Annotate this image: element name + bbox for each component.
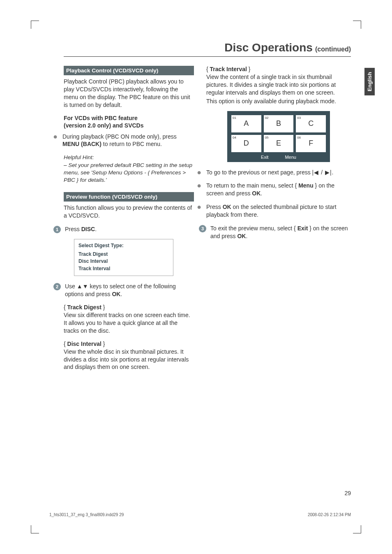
- footer: 1_hts3011_37_eng 3_final809.indd29 29 20…: [49, 512, 351, 517]
- track-interval-body: View the content of a single track in si…: [206, 73, 351, 97]
- text: Use: [65, 283, 77, 290]
- ok-label: OK: [237, 233, 246, 239]
- thumb-letter: D: [244, 139, 249, 148]
- track-interval-head: { Track Interval }: [206, 66, 351, 72]
- bullet-prev-next: ● To go to the previous or next page, pr…: [193, 169, 351, 176]
- text: .: [95, 226, 97, 232]
- digest-item: Track Digest: [78, 251, 169, 258]
- grid-button-row: Exit Menu: [231, 152, 326, 162]
- step-2-row: 2 Use ▲▼ keys to select one of the follo…: [49, 283, 194, 298]
- bullet-icon: ●: [49, 133, 58, 148]
- menu-grid-button: Menu: [285, 155, 296, 160]
- page-content: English Disc Operations (continued) Play…: [49, 41, 351, 529]
- hint-body: – Set your preferred default PBC setting…: [64, 162, 194, 184]
- text: To exit the preview menu, select {: [210, 225, 297, 232]
- thumbnail-a: 01A: [231, 115, 261, 132]
- footer-left: 1_hts3011_37_eng 3_final809.indd29 29: [49, 512, 124, 517]
- section-bar-preview: Preview function (VCD/SVCD only): [64, 192, 194, 202]
- thumb-num: 01: [233, 116, 236, 120]
- thumb-num: 03: [297, 116, 301, 120]
- preview-intro: This function allows you to preview the …: [64, 204, 194, 220]
- left-column: Playback Control (VCD/SVCD only) Playbac…: [49, 66, 194, 377]
- step-number-2: 2: [53, 283, 61, 290]
- exit-grid-button: Exit: [261, 155, 268, 160]
- thumb-letter: C: [308, 119, 314, 128]
- text: To return to the main menu, select {: [206, 182, 298, 189]
- step-1-body: Press DISC.: [65, 225, 194, 233]
- track-digest-head: { Track Digest }: [64, 304, 194, 311]
- step-number-3: 3: [199, 225, 206, 232]
- step-2-body: Use ▲▼ keys to select one of the followi…: [65, 283, 194, 298]
- hint-block: Helpful Hint: – Set your preferred defau…: [64, 154, 194, 184]
- bullet-body: To return to the main menu, select { Men…: [206, 182, 351, 197]
- hint-title: Helpful Hint:: [64, 154, 194, 161]
- bullet-body: Press OK on the selected thumbnail pictu…: [206, 203, 351, 219]
- pbc-subhead-2: (version 2.0 only) and SVCDs: [64, 122, 194, 129]
- thumb-letter: A: [244, 119, 249, 128]
- track-digest-label: Track Digest: [67, 304, 101, 311]
- page-subtitle: (continued): [315, 46, 351, 53]
- skip-prev-next-icon: |◀ / ▶|: [312, 169, 332, 176]
- crop-mark-bl: [31, 525, 39, 533]
- step-3-body: To exit the preview menu, select { Exit …: [210, 225, 351, 240]
- text: .: [332, 169, 334, 176]
- page-title: Disc Operations: [224, 41, 313, 54]
- thumb-num: 02: [265, 116, 269, 120]
- text: .: [120, 291, 122, 297]
- text: to return to PBC menu.: [101, 141, 162, 147]
- pbc-bullet-row: ● During playback (PBC ON mode only), pr…: [49, 133, 194, 148]
- crop-mark-tl: [31, 21, 39, 29]
- thumb-letter: F: [309, 139, 313, 148]
- thumbnail-f: 06F: [296, 135, 326, 152]
- preview-grid-wrap: 01A 02B 03C 04D 05E 06F Exit Menu: [227, 111, 330, 162]
- thumb-letter: E: [276, 139, 281, 148]
- header: Disc Operations (continued): [64, 41, 351, 57]
- disc-interval-head: { Disc Interval }: [64, 341, 194, 347]
- disc-interval-body: View the whole disc in six thumbnail pic…: [64, 348, 194, 371]
- pbc-subhead-1: For VCDs with PBC feature: [64, 115, 194, 121]
- ok-label: OK: [223, 204, 231, 210]
- track-interval-label: Track Interval: [210, 66, 247, 72]
- text: During playback (PBC ON mode only), pres…: [62, 133, 177, 140]
- disc-interval-label: Disc Interval: [67, 341, 101, 347]
- track-interval-body-2: This option is only available during pla…: [206, 97, 351, 105]
- digest-item: Disc Interval: [78, 258, 169, 265]
- preview-grid: 01A 02B 03C 04D 05E 06F: [231, 115, 326, 152]
- thumb-num: 04: [233, 136, 236, 139]
- bullet-icon: ●: [193, 169, 201, 176]
- thumbnail-c: 03C: [296, 115, 326, 132]
- step-1-row: 1 Press DISC.: [49, 225, 194, 233]
- up-down-arrows-icon: ▲▼: [77, 283, 88, 290]
- footer-right: 2008-02-26 2:12:34 PM: [308, 512, 351, 517]
- menu-back-label: MENU (BACK): [62, 141, 101, 147]
- track-digest-body: View six different tracks on one screen …: [64, 311, 194, 335]
- crop-mark-tr: [353, 21, 361, 29]
- language-tab: English: [364, 68, 375, 95]
- bullet-body: To go to the previous or next page, pres…: [206, 169, 351, 176]
- thumbnail-d: 04D: [231, 135, 261, 152]
- section-bar-pbc: Playback Control (VCD/SVCD only): [64, 66, 194, 75]
- thumb-num: 06: [297, 136, 301, 139]
- menu-label: Menu: [298, 182, 314, 189]
- disc-label: DISC: [81, 226, 95, 232]
- thumb-letter: B: [276, 119, 281, 128]
- text: To go to the previous or next page, pres…: [206, 169, 312, 176]
- right-column: { Track Interval } View the content of a…: [206, 66, 351, 377]
- digest-item: Track Interval: [78, 265, 169, 272]
- bullet-press-ok: ● Press OK on the selected thumbnail pic…: [193, 203, 351, 219]
- page-number: 29: [344, 490, 351, 496]
- columns: Playback Control (VCD/SVCD only) Playbac…: [49, 66, 351, 377]
- text: .: [246, 233, 247, 239]
- bullet-main-menu: ● To return to the main menu, select { M…: [193, 182, 351, 197]
- ok-label: OK: [112, 291, 120, 297]
- text: Press: [206, 204, 223, 210]
- bullet-icon: ●: [193, 203, 201, 219]
- pbc-bullet-body: During playback (PBC ON mode only), pres…: [62, 133, 194, 148]
- ok-label: OK: [252, 190, 261, 197]
- exit-label: Exit: [297, 225, 308, 232]
- step-number-1: 1: [53, 226, 61, 233]
- thumb-num: 05: [265, 136, 269, 139]
- bullet-icon: ●: [193, 182, 201, 197]
- pbc-intro: Playback Control (PBC) playback allows y…: [64, 78, 194, 109]
- thumbnail-b: 02B: [264, 115, 294, 132]
